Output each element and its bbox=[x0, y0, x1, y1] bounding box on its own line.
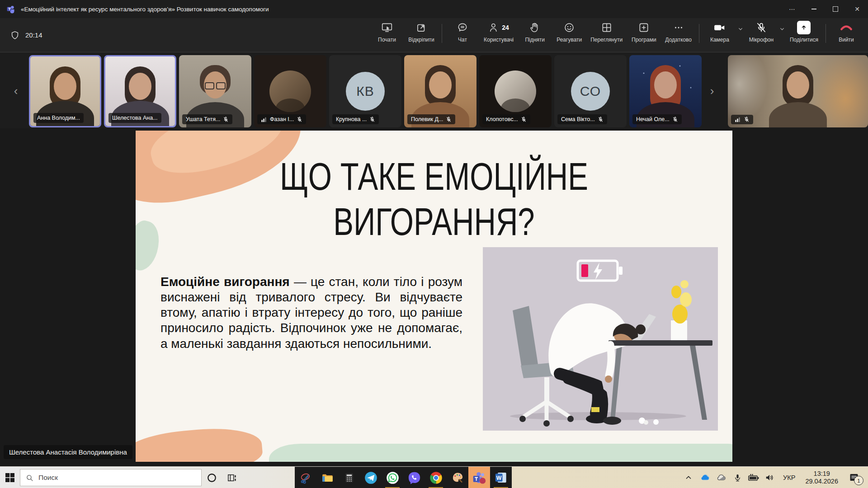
start-share-button[interactable]: Почати bbox=[370, 21, 404, 43]
mic-muted-icon bbox=[755, 22, 767, 33]
viber-icon bbox=[408, 471, 421, 484]
participant-name-chip: Ушата Тетя... bbox=[182, 114, 232, 124]
taskbar-clock[interactable]: 13:19 29.04.2026 bbox=[802, 470, 842, 486]
microphone-tray-icon[interactable] bbox=[731, 467, 744, 488]
language-indicator[interactable]: УКР bbox=[779, 474, 799, 481]
mic-off-icon bbox=[297, 117, 302, 122]
minimize-button[interactable] bbox=[803, 0, 825, 18]
taskbar-app-paint[interactable] bbox=[447, 467, 468, 488]
mint-band-decoration bbox=[269, 444, 732, 462]
taskbar-app-word[interactable]: W bbox=[490, 467, 512, 488]
participant-tile-wide[interactable] bbox=[728, 55, 868, 127]
slide-title: ЩО ТАКЕ ЕМОЦІЙНЕ ВИГОРАННЯ? bbox=[201, 154, 667, 244]
volume-icon[interactable] bbox=[763, 467, 777, 488]
react-button[interactable]: Реагувати bbox=[552, 21, 586, 43]
participants-button[interactable]: 24 Користувачі bbox=[480, 21, 518, 43]
gallery-view-icon bbox=[601, 22, 613, 33]
meeting-toolbar: 20:14 Почати Відкріпити bbox=[0, 18, 868, 52]
unpin-button[interactable]: Відкріпити bbox=[404, 21, 439, 43]
whatsapp-icon bbox=[386, 471, 399, 484]
participant-tile[interactable]: СО Сема Вікто... bbox=[554, 55, 627, 127]
hidden-icons-chevron[interactable] bbox=[682, 467, 695, 488]
toolbar-divider bbox=[442, 24, 442, 43]
camera-button[interactable]: Камера bbox=[703, 21, 737, 43]
taskbar-app-viber[interactable] bbox=[403, 467, 425, 488]
search-icon bbox=[26, 474, 33, 482]
participant-name-chip: Клопотовс... bbox=[482, 114, 530, 124]
taskbar-app-telegram[interactable] bbox=[360, 467, 382, 488]
mic-off-icon bbox=[744, 117, 750, 122]
shared-slide: ЩО ТАКЕ ЕМОЦІЙНЕ ВИГОРАННЯ? Емоційне виг… bbox=[136, 131, 732, 462]
hang-up-icon bbox=[840, 22, 853, 33]
start-button-windows[interactable] bbox=[0, 467, 20, 488]
taskbar-app-explorer[interactable] bbox=[316, 467, 338, 488]
cloud-icon[interactable] bbox=[714, 467, 728, 488]
meeting-timer: 20:14 bbox=[10, 30, 42, 40]
telegram-icon bbox=[364, 471, 377, 484]
participant-name-chip: Анна Володим... bbox=[33, 113, 84, 123]
share-up-arrow-icon bbox=[797, 21, 811, 34]
share-button[interactable]: Поділитися bbox=[786, 21, 822, 43]
snipping-tool-icon bbox=[300, 472, 312, 484]
participant-name-chip: Сема Вікто... bbox=[557, 114, 607, 124]
participant-name-chip: Крупнова ... bbox=[332, 114, 379, 124]
taskbar-search-input[interactable]: Поиск bbox=[20, 469, 202, 486]
microphone-button[interactable]: Мікрофон bbox=[744, 21, 778, 43]
cortana-icon bbox=[207, 473, 217, 483]
peach-corner-decoration bbox=[136, 424, 264, 462]
participant-tile[interactable]: Фазан І... bbox=[254, 55, 326, 127]
mic-off-icon bbox=[672, 117, 678, 122]
file-explorer-icon bbox=[321, 472, 334, 484]
burnout-illustration bbox=[483, 247, 718, 431]
notification-center-button[interactable]: 1 bbox=[844, 467, 864, 488]
slide-body-text: Емоційне вигорання — це стан, коли тіло … bbox=[160, 274, 462, 352]
toolbar-divider bbox=[826, 24, 826, 43]
participant-tile[interactable]: Ушата Тетя... bbox=[179, 55, 251, 127]
taskbar-app-chrome[interactable] bbox=[425, 467, 447, 488]
participant-tile[interactable]: КВ Крупнова ... bbox=[329, 55, 401, 127]
chrome-icon bbox=[429, 471, 443, 484]
participant-tile[interactable]: Анна Володим... bbox=[29, 55, 101, 127]
participant-tile[interactable]: Шелестова Ана... bbox=[104, 55, 176, 127]
signal-strength-icon bbox=[735, 117, 741, 122]
taskbar-app-whatsapp[interactable] bbox=[382, 467, 403, 488]
mic-off-icon bbox=[598, 117, 604, 122]
chevron-down-icon bbox=[778, 25, 786, 33]
window-title: «Емоційний інтелект як ресурс ментальног… bbox=[21, 6, 269, 13]
chat-button[interactable]: Чат bbox=[445, 21, 480, 43]
toolbar-divider bbox=[699, 24, 699, 43]
cortana-button[interactable] bbox=[202, 467, 222, 488]
participant-name-chip: Шелестова Ана... bbox=[108, 113, 161, 123]
participant-tile[interactable]: Нечай Оле... bbox=[629, 55, 702, 127]
participant-name-chip: Фазан І... bbox=[257, 114, 306, 124]
onedrive-cloud-icon[interactable] bbox=[698, 467, 712, 488]
camera-options-chevron[interactable] bbox=[737, 25, 744, 34]
teams-icon bbox=[472, 471, 486, 484]
mic-options-chevron[interactable] bbox=[778, 25, 786, 34]
windows-logo-icon bbox=[5, 472, 15, 483]
close-button[interactable]: ✕ bbox=[846, 0, 868, 18]
battery-icon[interactable] bbox=[747, 467, 760, 488]
mint-decoration bbox=[136, 218, 165, 274]
taskbar-time: 13:19 bbox=[805, 470, 838, 478]
participant-tile[interactable]: Клопотовс... bbox=[479, 55, 552, 127]
taskbar-app-calculator[interactable] bbox=[338, 467, 360, 488]
task-view-button[interactable] bbox=[222, 467, 241, 488]
word-icon: W bbox=[495, 471, 507, 484]
participant-tile[interactable]: Полевик Д... bbox=[404, 55, 476, 127]
maximize-button[interactable] bbox=[825, 0, 846, 18]
window-more-button[interactable]: ⋯ bbox=[781, 0, 803, 18]
smiley-icon bbox=[563, 22, 575, 33]
raise-hand-button[interactable]: Підняти bbox=[518, 21, 552, 43]
taskbar-app-snipping[interactable] bbox=[295, 467, 316, 488]
apps-button[interactable]: Програми bbox=[627, 21, 661, 43]
scroll-left-chevron[interactable]: ‹ bbox=[10, 84, 22, 98]
windows-taskbar: Поиск bbox=[0, 466, 868, 488]
scroll-right-chevron[interactable]: › bbox=[706, 84, 718, 98]
teams-logo-icon bbox=[6, 5, 15, 14]
more-options-button[interactable]: Додатково bbox=[661, 21, 696, 43]
taskbar-app-teams[interactable] bbox=[468, 467, 490, 488]
view-button[interactable]: Переглянути bbox=[586, 21, 627, 43]
task-view-icon bbox=[226, 473, 237, 483]
leave-button[interactable]: Вийти bbox=[829, 21, 863, 43]
